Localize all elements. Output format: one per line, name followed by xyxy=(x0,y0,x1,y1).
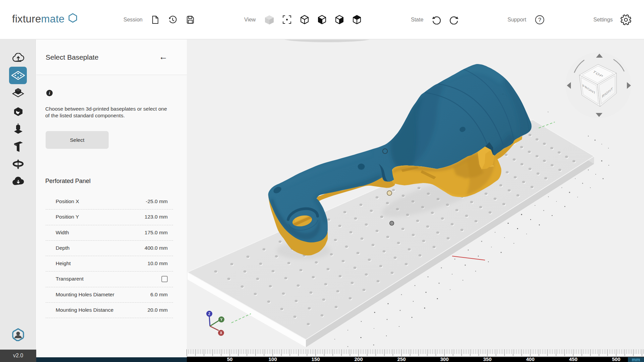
svg-text:200: 200 xyxy=(354,356,363,362)
svg-text:150: 150 xyxy=(311,356,320,362)
svg-text:mm: mm xyxy=(632,357,640,362)
svg-text:300: 300 xyxy=(440,356,448,362)
svg-text:Z: Z xyxy=(208,312,210,316)
svg-text:100: 100 xyxy=(268,356,277,362)
svg-text:X: X xyxy=(220,331,222,335)
svg-text:50: 50 xyxy=(227,356,233,362)
svg-text:450: 450 xyxy=(569,356,577,362)
svg-text:500: 500 xyxy=(612,356,620,362)
svg-text:250: 250 xyxy=(397,356,406,362)
svg-text:350: 350 xyxy=(483,356,491,362)
svg-text:400: 400 xyxy=(526,356,534,362)
svg-text:Y: Y xyxy=(220,318,223,321)
